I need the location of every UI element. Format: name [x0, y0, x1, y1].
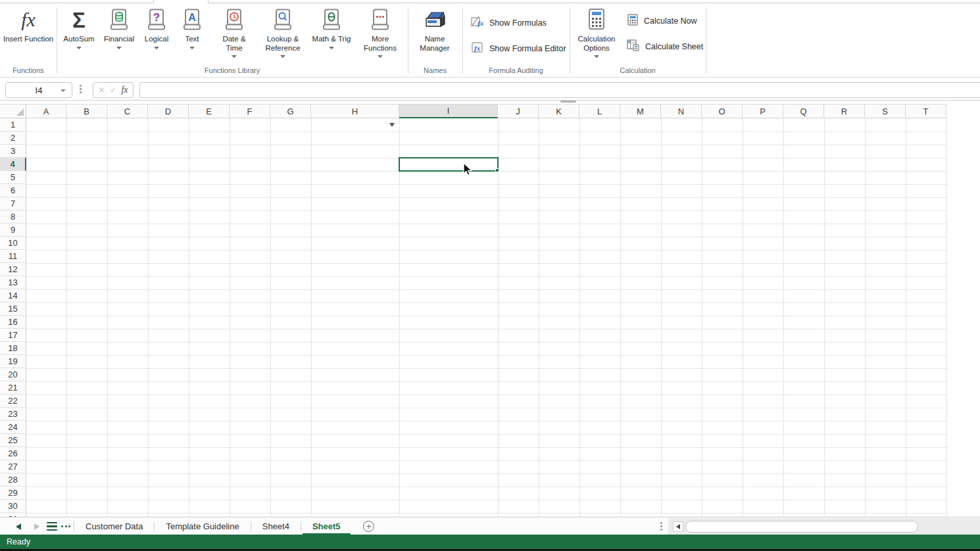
sheet-tab-sheet4[interactable]: Sheet4 [251, 517, 301, 535]
name-box[interactable]: I4 [5, 82, 72, 98]
row-header-23[interactable]: 23 [0, 408, 26, 421]
column-header-J[interactable]: J [498, 104, 539, 118]
button-label: Calculate Now [644, 16, 697, 26]
horizontal-scrollbar[interactable] [668, 518, 980, 535]
column-header-O[interactable]: O [702, 104, 743, 118]
row-header-12[interactable]: 12 [0, 263, 26, 276]
formula-input[interactable] [139, 82, 980, 98]
row-header-21[interactable]: 21 [0, 381, 26, 395]
calculate-now-button[interactable]: Calculate Now [627, 14, 697, 28]
insert-function-icon[interactable]: fx [121, 85, 128, 95]
column-header-A[interactable]: A [26, 104, 66, 118]
calculate-now-icon [627, 14, 639, 28]
column-header-R[interactable]: R [824, 104, 865, 118]
select-all-corner[interactable] [0, 104, 26, 118]
button-label: Show Formula Editor [489, 44, 566, 53]
row-header-19[interactable]: 19 [0, 355, 26, 368]
sheet-tab-customer-data[interactable]: Customer Data [74, 517, 154, 535]
row-header-1[interactable]: 1 [0, 118, 26, 132]
row-header-26[interactable]: 26 [0, 447, 26, 460]
column-header-Q[interactable]: Q [783, 104, 824, 118]
row-header-5[interactable]: 5 [0, 171, 26, 184]
prev-sheet-button[interactable] [13, 517, 24, 535]
column-header-F[interactable]: F [230, 104, 270, 118]
add-sheet-button[interactable]: + [363, 521, 374, 532]
row-header-29[interactable]: 29 [0, 487, 26, 500]
calculation-options-button[interactable]: Calculation Options [571, 6, 622, 58]
column-header-T[interactable]: T [906, 104, 946, 118]
cancel-icon[interactable]: ✕ [98, 85, 105, 95]
column-header-M[interactable]: M [620, 104, 661, 118]
more-functions-button[interactable]: More Functions [358, 6, 402, 58]
column-header-P[interactable]: P [743, 104, 783, 118]
enter-icon[interactable]: ✓ [110, 85, 116, 95]
row-header-30[interactable]: 30 [0, 500, 26, 513]
sheet-tab-sheet5[interactable]: Sheet5 [301, 517, 352, 535]
row-header-8[interactable]: 8 [0, 210, 26, 224]
calculate-sheet-button[interactable]: Calculate Sheet [627, 40, 703, 53]
gridline-horizontal [26, 276, 946, 277]
horizontal-scrollbar-thumb[interactable] [685, 521, 918, 533]
next-sheet-button[interactable] [32, 517, 42, 535]
logical-button[interactable]: ? Logical [139, 6, 174, 49]
row-header-16[interactable]: 16 [0, 316, 26, 329]
autosum-button[interactable]: Σ AutoSum [58, 6, 100, 49]
row-header-6[interactable]: 6 [0, 184, 26, 197]
column-header-K[interactable]: K [539, 104, 579, 118]
row-header-4[interactable]: 4 [0, 158, 26, 171]
row-header-22[interactable]: 22 [0, 395, 26, 408]
more-sheets-button[interactable] [61, 517, 70, 535]
row-header-17[interactable]: 17 [0, 329, 26, 342]
math-trig-button[interactable]: Math & Trig [306, 6, 356, 49]
gridline-horizontal [26, 184, 946, 185]
row-header-27[interactable]: 27 [0, 460, 26, 473]
row-header-7[interactable]: 7 [0, 197, 26, 210]
row-header-3[interactable]: 3 [0, 145, 26, 158]
hamburger-icon [47, 522, 57, 531]
button-label: AutoSum [63, 35, 94, 44]
column-header-H[interactable]: H [311, 104, 399, 118]
column-header-G[interactable]: G [270, 104, 311, 118]
split-handle[interactable] [560, 101, 576, 103]
column-header-D[interactable]: D [148, 104, 189, 118]
row-header-28[interactable]: 28 [0, 473, 26, 487]
show-formulas-button[interactable]: fx Show Formulas [471, 16, 547, 30]
name-manager-button[interactable]: Name Manager [412, 6, 458, 53]
column-header-N[interactable]: N [661, 104, 702, 118]
sheet-tab-template-guideline[interactable]: Template Guideline [155, 517, 250, 535]
row-header-10[interactable]: 10 [0, 237, 26, 250]
filter-dropdown-icon[interactable] [389, 123, 395, 127]
column-header-I[interactable]: I [399, 104, 498, 118]
row-header-18[interactable]: 18 [0, 342, 26, 355]
gridline-vertical [743, 118, 743, 517]
column-header-E[interactable]: E [189, 104, 230, 118]
lookup-reference-button[interactable]: Lookup & Reference [258, 6, 307, 58]
column-header-C[interactable]: C [107, 104, 148, 118]
row-header-9[interactable]: 9 [0, 224, 26, 237]
spreadsheet-grid[interactable]: ABCDEFGHIJKLMNOPQRST 1234567891011121314… [0, 101, 980, 517]
selected-cell-I4[interactable] [399, 157, 499, 172]
scroll-left-button[interactable] [673, 521, 683, 532]
row-header-25[interactable]: 25 [0, 434, 26, 447]
text-button[interactable]: A Text [178, 6, 207, 49]
sheet-list-button[interactable] [46, 517, 58, 535]
column-header-L[interactable]: L [579, 104, 620, 118]
fill-handle[interactable] [495, 168, 499, 172]
formula-bar-drag-handle-icon[interactable] [80, 85, 82, 93]
date-time-button[interactable]: Date & Time [214, 6, 254, 58]
column-header-B[interactable]: B [66, 104, 107, 118]
gridline-horizontal [26, 263, 946, 264]
financial-button[interactable]: Financial [100, 6, 138, 49]
row-header-15[interactable]: 15 [0, 302, 26, 316]
show-formula-editor-button[interactable]: fx Show Formula Editor [471, 42, 566, 55]
tabbar-resize-handle-icon[interactable] [660, 522, 662, 531]
row-header-14[interactable]: 14 [0, 289, 26, 302]
insert-function-button[interactable]: fx Insert Function [2, 6, 55, 44]
row-header-13[interactable]: 13 [0, 276, 26, 289]
row-header-2[interactable]: 2 [0, 132, 26, 145]
row-header-24[interactable]: 24 [0, 421, 26, 434]
row-header-20[interactable]: 20 [0, 368, 26, 381]
ribbon-formulas: fx Insert Function Functions Σ AutoSum F… [0, 3, 980, 78]
row-header-11[interactable]: 11 [0, 250, 26, 263]
column-header-S[interactable]: S [865, 104, 906, 118]
